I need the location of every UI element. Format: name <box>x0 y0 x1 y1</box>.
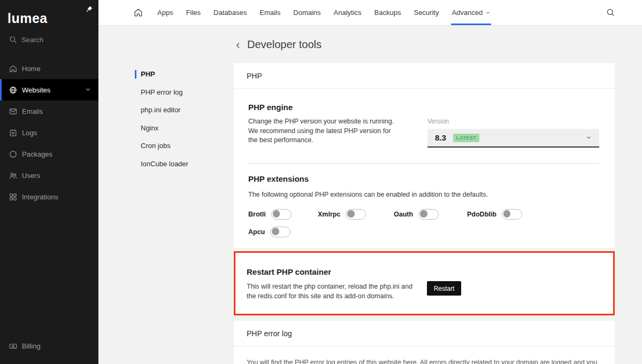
php-card-title: PHP <box>247 72 262 80</box>
toggle-label: Brotli <box>248 211 266 218</box>
section-divider <box>248 163 599 164</box>
subnav-label: IonCube loader <box>141 160 188 168</box>
page-title: Developer tools <box>247 38 322 51</box>
restart-php-container-section: Restart PHP container This will restart … <box>234 251 615 315</box>
toggle-label: Xmlrpc <box>318 211 340 218</box>
sidebar-item-home[interactable]: Home <box>0 58 98 79</box>
topnav-advanced[interactable]: Advanced <box>451 0 491 25</box>
toggle-knob <box>272 228 279 235</box>
home-icon <box>133 7 143 18</box>
toggle-label: PdoDblib <box>467 211 496 218</box>
active-indicator <box>135 106 136 114</box>
subnav-item-php-error-log[interactable]: PHP error log <box>135 83 220 102</box>
topnav-databases[interactable]: Databases <box>213 0 247 25</box>
topnav-label: Analytics <box>334 9 362 17</box>
sidebar-item-label: Integrations <box>22 192 58 201</box>
extension-oauth: Oauth <box>394 208 467 220</box>
active-indicator <box>135 88 136 96</box>
restart-heading: Restart PHP container <box>247 267 331 276</box>
home-icon <box>9 64 18 73</box>
php-card: PHP PHP engine Change the PHP version yo… <box>234 63 615 248</box>
subnav-item-nginx[interactable]: Nginx <box>135 119 220 137</box>
sidebar-item-label: Packages <box>22 150 52 158</box>
topnav-label: Emails <box>259 9 280 17</box>
topnav-label: Apps <box>157 9 173 17</box>
topnav-files[interactable]: Files <box>186 0 201 25</box>
subnav-label: php.ini editor <box>141 106 180 114</box>
sidebar-search[interactable]: Search <box>0 32 98 47</box>
active-indicator <box>135 123 136 132</box>
extension-pdodblib: PdoDblib <box>467 208 522 220</box>
sidebar-item-label: Billing <box>22 342 41 350</box>
topnav-security[interactable]: Security <box>413 0 439 25</box>
topnav-home[interactable] <box>133 0 144 25</box>
sidebar-item-integrations[interactable]: Integrations <box>0 186 98 207</box>
circle-icon <box>9 150 18 159</box>
subnav-item-php[interactable]: PHP <box>135 65 220 83</box>
subnav-item-phpini-editor[interactable]: php.ini editor <box>135 101 220 119</box>
subnav-item-ioncube-loader[interactable]: IonCube loader <box>135 155 220 173</box>
sidebar-item-logs[interactable]: Logs <box>0 122 98 143</box>
active-indicator <box>135 159 136 168</box>
subnav-item-cron-jobs[interactable]: Cron jobs <box>135 137 220 155</box>
topnav-backups[interactable]: Backups <box>374 0 402 25</box>
extension-brotli: Brotli <box>248 208 318 220</box>
chevron-down-icon <box>485 10 491 16</box>
topnav-analytics[interactable]: Analytics <box>333 0 362 25</box>
sidebar-nav: Home Websites Emails Logs Packages Users… <box>0 58 98 207</box>
php-error-log-card: PHP error log You will find the PHP erro… <box>234 321 615 364</box>
sidebar-search-label: Search <box>21 36 43 44</box>
restart-button[interactable]: Restart <box>427 281 461 296</box>
php-error-log-title: PHP error log <box>247 329 292 338</box>
toggle-knob <box>503 210 511 218</box>
sidebar-item-websites[interactable]: Websites <box>0 79 98 100</box>
pdodblib-toggle[interactable] <box>502 209 522 220</box>
apcu-toggle[interactable] <box>270 227 291 237</box>
topnav-apps[interactable]: Apps <box>157 0 174 25</box>
version-value: 8.3 <box>435 133 446 142</box>
developer-tools-subnav: PHP PHP error log php.ini editor Nginx C… <box>135 65 220 173</box>
topnav-emails[interactable]: Emails <box>259 0 281 25</box>
oauth-toggle[interactable] <box>418 209 439 220</box>
sidebar-item-users[interactable]: Users <box>0 165 98 186</box>
brand-logo: lumea <box>7 11 48 26</box>
extension-xmlrpc: Xmlrpc <box>318 208 394 220</box>
chevron-down-icon <box>85 87 91 92</box>
version-label: Version <box>427 118 449 125</box>
envelope-icon <box>9 107 18 116</box>
brotli-toggle[interactable] <box>271 209 292 220</box>
page-header: Developer tools <box>234 38 322 51</box>
php-engine-description: Change the PHP version your website is r… <box>248 117 399 145</box>
latest-badge: LATEST <box>453 134 479 142</box>
globe-icon <box>9 86 18 95</box>
toggle-knob <box>420 210 427 218</box>
logs-icon <box>9 128 18 137</box>
toggle-label: Oauth <box>394 211 413 218</box>
sidebar-item-billing[interactable]: Billing <box>0 335 98 357</box>
sidebar-item-label: Emails <box>22 107 43 115</box>
grid-icon <box>9 192 18 202</box>
topnav-label: Domains <box>293 9 320 17</box>
main-content: Developer tools PHP PHP error log php.in… <box>98 26 642 364</box>
topnav-label: Security <box>414 9 439 17</box>
topnav-label: Advanced <box>452 9 483 17</box>
toggle-knob <box>273 210 280 218</box>
xmlrpc-toggle[interactable] <box>346 209 366 220</box>
sidebar-item-emails[interactable]: Emails <box>0 100 98 122</box>
sidebar: lumea Search Home Websites Emails Logs <box>0 0 98 364</box>
back-chevron-icon[interactable] <box>234 41 242 50</box>
search-icon <box>9 35 17 44</box>
top-navigation-bar: Apps Files Databases Emails Domains Anal… <box>98 0 642 26</box>
php-version-select[interactable]: 8.3 LATEST <box>427 129 599 148</box>
sidebar-item-packages[interactable]: Packages <box>0 143 98 165</box>
topnav-label: Databases <box>213 9 247 17</box>
restart-description: This will restart the php container, rel… <box>247 282 418 301</box>
pin-sidebar-icon[interactable] <box>82 3 95 16</box>
subnav-label: PHP <box>141 70 155 78</box>
topnav-domains[interactable]: Domains <box>293 0 321 25</box>
php-extensions-description: The following optional PHP extensions ca… <box>248 190 569 200</box>
toggle-label: Apcu <box>248 228 265 236</box>
search-icon[interactable] <box>606 7 616 18</box>
topnav-label: Backups <box>374 9 401 17</box>
extensions-toggle-grid: Brotli Xmlrpc Oauth PdoDblib Apcu <box>248 208 522 237</box>
